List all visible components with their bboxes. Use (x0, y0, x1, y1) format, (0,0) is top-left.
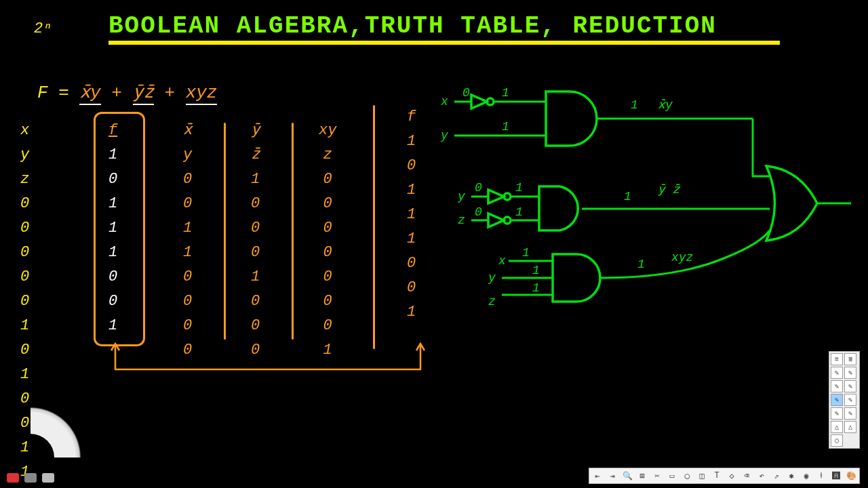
table-cell: 0 (251, 192, 260, 216)
label-y2: y (457, 190, 466, 203)
corner-exponent: 2ⁿ (34, 20, 52, 37)
and3-out: xyz (671, 251, 693, 264)
tool-button[interactable]: 🔍 (622, 470, 633, 481)
table-cell: 0 (407, 251, 416, 276)
tool-button[interactable]: ✎ (831, 367, 843, 379)
tool-button[interactable]: ⊞ (637, 470, 648, 481)
tool-button[interactable]: ✂ (652, 470, 663, 481)
col-xyz: x y z 0 0 00 0 10 1 00 1 11 0 01 0 11 1 … (20, 119, 29, 488)
svg-text:0: 0 (475, 205, 482, 219)
svg-text:1: 1 (532, 264, 540, 277)
label-y: y (440, 129, 449, 142)
svg-text:1: 1 (522, 246, 530, 260)
tool-button[interactable]: ◫ (696, 470, 707, 481)
tool-button[interactable]: T (711, 470, 722, 481)
hdr-xyz: x y z (20, 119, 29, 192)
svg-text:1: 1 (515, 205, 523, 219)
table-cell: 0 (319, 216, 336, 241)
tool-button[interactable]: ◯ (831, 434, 843, 447)
col-xyzterm: xy z 00000001 (319, 119, 336, 363)
table-cell: 0 (319, 167, 336, 192)
tool-button[interactable]: ⇤ (592, 470, 603, 481)
tool-button[interactable]: △ (844, 421, 856, 433)
table-cell: 0 1 0 (20, 338, 29, 411)
table-cell: 1 (407, 227, 416, 251)
tool-button[interactable]: ✱ (786, 470, 797, 481)
divider3 (373, 105, 375, 349)
tool-button[interactable]: ▭ (667, 470, 677, 481)
side-toolbar[interactable]: ≡≣✎✎✎✎✎✎✎✎△△◯ (829, 351, 860, 449)
label-x: x (440, 95, 448, 108)
tool-button[interactable]: 🅰 (831, 470, 842, 481)
tool-button[interactable]: ◉ (801, 470, 812, 481)
and2-out: ȳ z̄ (658, 183, 681, 197)
tool-button[interactable]: ↶ (756, 470, 767, 481)
equivalence-arrow (102, 342, 441, 383)
formula-plus1: + (111, 83, 122, 103)
svg-text:1: 1 (631, 98, 638, 112)
svg-point-2 (487, 98, 494, 105)
tool-button[interactable]: ⫲ (816, 470, 827, 481)
col-f2: f 10111001 (407, 105, 416, 325)
table-cell: 1 (407, 300, 416, 325)
table-cell: 0 (407, 154, 416, 178)
tool-button[interactable]: ✎ (844, 407, 856, 420)
svg-point-11 (504, 193, 511, 200)
table-cell: 0 0 1 (20, 265, 29, 338)
bottom-toolbar[interactable]: ⇤⇥🔍⊞✂▭◯◫T◇⌫↶⇗✱◉⫲🅰🎨 (589, 468, 860, 484)
table-cell: 0 (183, 192, 192, 216)
svg-text:1: 1 (624, 190, 631, 203)
label-z3: z (488, 295, 496, 308)
svg-point-16 (504, 217, 511, 224)
formula-lhs: F = (37, 83, 69, 103)
formula-term1: x̄y (79, 83, 100, 105)
page-title: BOOLEAN ALGEBRA,TRUTH TABLE, REDUCTION (108, 12, 717, 40)
svg-text:1: 1 (502, 88, 509, 100)
tool-button[interactable]: △ (831, 421, 843, 433)
table-cell: 1 0 0 (20, 485, 29, 488)
svg-text:1: 1 (502, 120, 509, 134)
table-cell: 1 (183, 241, 192, 265)
table-cell: 0 (407, 276, 416, 300)
table-cell: 0 (183, 289, 192, 314)
table-cell: 0 (319, 265, 336, 289)
tool-button[interactable]: ✎ (831, 380, 843, 392)
hdr-f2: f (407, 105, 416, 129)
tool-button[interactable]: ✎ (844, 394, 856, 406)
tool-button[interactable]: ✎ (831, 394, 843, 406)
label-x3: x (498, 254, 506, 268)
tool-button[interactable]: 🎨 (846, 470, 856, 481)
tool-button[interactable]: ✎ (831, 407, 843, 420)
tool-button[interactable]: ⇗ (771, 470, 782, 481)
svg-text:1: 1 (515, 181, 523, 195)
table-cell: 0 (319, 192, 336, 216)
tool-button[interactable]: ≣ (844, 353, 856, 365)
hdr-xyzterm: xy z (319, 119, 336, 167)
table-cell: 0 (251, 216, 260, 241)
col-ybarzbar: ȳ z̄ 10001000 (251, 119, 260, 363)
tool-button[interactable]: ✎ (844, 380, 856, 392)
tool-button[interactable]: ◯ (682, 470, 692, 481)
table-cell: 0 0 0 (20, 192, 29, 265)
svg-text:1: 1 (637, 258, 645, 271)
formula-plus2: + (164, 83, 175, 103)
radial-menu-icons[interactable] (7, 473, 54, 483)
table-cell: 0 (251, 314, 260, 338)
table-cell: 0 (251, 241, 260, 265)
table-cell: 0 (319, 314, 336, 338)
table-cell: 1 (407, 178, 416, 203)
tool-button[interactable]: ⌫ (741, 470, 752, 481)
boolean-formula: F = x̄y + ȳz̄ + xyz (37, 81, 217, 103)
f-highlight-box (94, 112, 145, 346)
tool-button[interactable]: ◇ (726, 470, 737, 481)
formula-term3: xyz (186, 83, 218, 105)
tool-button[interactable]: ⇥ (607, 470, 618, 481)
divider2 (292, 123, 294, 340)
label-y3: y (488, 271, 496, 285)
formula-term2: ȳz̄ (133, 83, 154, 105)
tool-button[interactable]: ✎ (844, 367, 856, 379)
and1-out: x̄y (658, 98, 673, 112)
label-z2: z (458, 214, 465, 227)
tool-button[interactable]: ≡ (831, 353, 843, 365)
table-cell: 0 (183, 265, 192, 289)
